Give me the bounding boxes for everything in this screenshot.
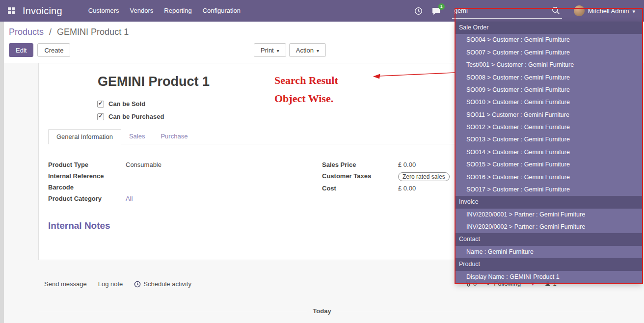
search-dropdown: Sale OrderSO004 > Customer : Gemini Furn… — [456, 22, 642, 283]
app-window: Invoicing Customers Vendors Reporting Co… — [0, 0, 644, 323]
left-field-group: Product Type Consumable Internal Referen… — [48, 161, 313, 206]
breadcrumb-separator: / — [49, 27, 52, 37]
can-be-purchased-checkbox[interactable] — [97, 113, 104, 120]
field-label: Internal Reference — [48, 172, 126, 180]
menu-customers[interactable]: Customers — [83, 0, 125, 22]
chevron-down-icon — [274, 47, 279, 54]
create-button[interactable]: Create — [37, 43, 70, 57]
menu-vendors[interactable]: Vendors — [125, 0, 159, 22]
can-be-purchased-label: Can be Purchased — [108, 113, 164, 120]
clock-icon — [414, 7, 423, 15]
dropdown-result-item[interactable]: SO012 > Customer : Gemini Furniture — [456, 121, 642, 134]
main-menu: Customers Vendors Reporting Configuratio… — [83, 0, 246, 22]
dropdown-result-item[interactable]: SO007 > Customer : Gemini Furniture — [456, 47, 642, 59]
navbar-search — [452, 3, 562, 19]
breadcrumb-current: GEMINI Product 1 — [57, 27, 129, 37]
field-internal-reference: Internal Reference — [48, 172, 313, 180]
tab-purchase[interactable]: Purchase — [153, 129, 195, 144]
product-title: GEMINI Product 1 — [98, 74, 210, 89]
send-message-link[interactable]: Send message — [44, 280, 87, 288]
field-label: Product Type — [48, 161, 126, 168]
chevron-down-icon — [632, 6, 635, 15]
apps-icon — [8, 7, 15, 14]
field-product-category: Product Category All — [48, 195, 313, 203]
can-be-purchased-row: Can be Purchased — [97, 113, 164, 120]
dropdown-result-item[interactable]: SO004 > Customer : Gemini Furniture — [456, 34, 642, 46]
internal-notes-heading: Internal Notes — [48, 220, 110, 231]
action-dropdown-button[interactable]: Action — [289, 43, 326, 57]
dropdown-section-header: Contact — [456, 233, 642, 245]
dropdown-result-item[interactable]: Test/001 > Customer : Gemini Furniture — [456, 59, 642, 71]
dropdown-result-item[interactable]: SO011 > Customer : Gemini Furniture — [456, 109, 642, 121]
top-navbar: Invoicing Customers Vendors Reporting Co… — [0, 0, 644, 22]
annotation-text: Search Result Object Wise. — [274, 71, 338, 108]
dropdown-section-header: Product — [456, 258, 642, 270]
can-be-sold-checkbox[interactable] — [97, 101, 104, 108]
schedule-activity-label: Schedule activity — [143, 280, 191, 288]
messages-button[interactable]: 1 — [428, 0, 445, 22]
breadcrumb-products-link[interactable]: Products — [9, 27, 44, 37]
clock-icon — [134, 281, 141, 288]
field-value: £ 0.00 — [398, 161, 416, 168]
dropdown-result-item[interactable]: SO009 > Customer : Gemini Furniture — [456, 84, 642, 96]
can-be-sold-label: Can be Sold — [108, 100, 145, 108]
print-dropdown-button[interactable]: Print — [254, 43, 286, 57]
dropdown-result-item[interactable]: SO017 > Customer : Gemini Furniture — [456, 184, 642, 196]
avatar — [574, 5, 585, 16]
edit-button[interactable]: Edit — [9, 43, 33, 57]
today-label: Today — [313, 307, 331, 315]
schedule-activity-link[interactable]: Schedule activity — [134, 280, 191, 288]
chevron-down-icon — [314, 47, 319, 54]
breadcrumb: Products / GEMINI Product 1 — [9, 27, 129, 37]
message-count-badge: 1 — [438, 3, 445, 10]
user-name: Mitchell Admin — [588, 7, 629, 15]
activities-button[interactable] — [410, 0, 428, 22]
can-be-sold-row: Can be Sold — [97, 100, 145, 108]
tab-general-information[interactable]: General Information — [48, 129, 121, 144]
product-category-link[interactable]: All — [126, 195, 133, 202]
left-gutter — [0, 22, 4, 323]
search-icon[interactable] — [552, 6, 560, 15]
dropdown-result-item[interactable]: INV/2020/0001 > Partner : Gemini Furnitu… — [456, 209, 642, 221]
dropdown-result-item[interactable]: Name : Gemini Furniture — [456, 246, 642, 258]
user-menu[interactable]: Mitchell Admin — [569, 0, 640, 22]
dropdown-result-item[interactable]: SO014 > Customer : Gemini Furniture — [456, 146, 642, 159]
field-barcode: Barcode — [48, 184, 313, 191]
field-label: Product Category — [48, 195, 126, 202]
menu-configuration[interactable]: Configuration — [197, 0, 246, 22]
menu-reporting[interactable]: Reporting — [159, 0, 197, 22]
dropdown-result-item[interactable]: SO010 > Customer : Gemini Furniture — [456, 96, 642, 108]
log-note-link[interactable]: Log note — [98, 280, 123, 288]
tab-sales[interactable]: Sales — [121, 129, 153, 144]
annotation-line1: Search Result — [274, 71, 338, 89]
dropdown-result-item[interactable]: SO008 > Customer : Gemini Furniture — [456, 72, 642, 84]
annotation-line2: Object Wise. — [274, 89, 338, 108]
dropdown-result-item[interactable]: INV/2020/0002 > Partner : Gemini Furnitu… — [456, 221, 642, 233]
field-value: Consumable — [126, 161, 161, 168]
dropdown-section-header: Sale Order — [456, 22, 642, 34]
chatter-actions: Send message Log note Schedule activity — [44, 280, 191, 288]
field-label: Barcode — [48, 184, 126, 191]
print-action-buttons: Print Action — [254, 43, 326, 57]
field-label: Customer Taxes — [322, 172, 398, 180]
dropdown-result-item[interactable]: SO015 > Customer : Gemini Furniture — [456, 159, 642, 171]
dropdown-result-item[interactable]: SO016 > Customer : Gemini Furniture — [456, 171, 642, 184]
navbar-right: 1 Mitchell Admin — [410, 0, 644, 22]
app-title[interactable]: Invoicing — [23, 5, 62, 17]
customer-tax-tag: Zero rated sales — [398, 172, 450, 181]
dropdown-result-item[interactable]: Display Name : GEMINI Product 1 — [456, 271, 642, 283]
field-label: Sales Price — [322, 161, 398, 168]
field-label: Cost — [322, 185, 398, 192]
field-value: £ 0.00 — [398, 185, 416, 192]
field-product-type: Product Type Consumable — [48, 161, 313, 169]
today-divider: Today — [39, 307, 605, 315]
action-label: Action — [296, 47, 314, 54]
apps-menu-button[interactable] — [6, 0, 17, 22]
dropdown-section-header: Invoice — [456, 196, 642, 208]
form-buttons: Edit Create — [9, 43, 70, 57]
search-input[interactable] — [452, 7, 552, 14]
dropdown-result-item[interactable]: SO013 > Customer : Gemini Furniture — [456, 134, 642, 146]
print-label: Print — [261, 47, 274, 54]
